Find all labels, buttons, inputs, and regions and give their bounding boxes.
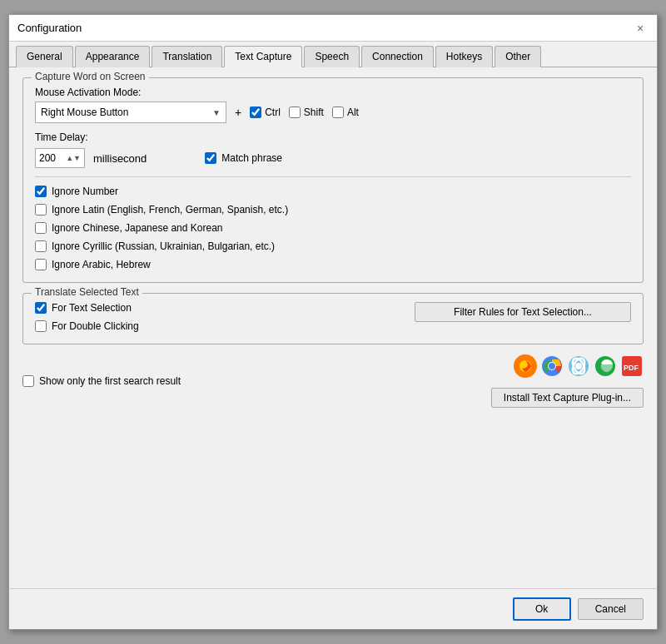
footer: Ok Cancel [9,588,657,629]
capture-group: Capture Word on Screen Mouse Activation … [22,77,644,283]
ignore-cjk-item: Ignore Chinese, Japanese and Korean [35,222,631,234]
translate-section: For Text Selection For Double Clicking F… [35,302,631,332]
plus-sign: + [235,106,241,119]
show-first-item: Show only the first search result [22,375,181,387]
for-double-checkbox[interactable] [35,320,47,332]
browser-icons-row: PDF [514,354,644,378]
alt-checkbox-group: Alt [332,107,359,118]
tab-text-capture[interactable]: Text Capture [224,46,302,67]
install-plugin-button[interactable]: Install Text Capture Plug-in... [491,388,644,408]
translate-left: For Text Selection For Double Clicking [35,302,139,332]
tab-connection[interactable]: Connection [361,46,434,67]
translate-group: Translate Selected Text For Text Selecti… [22,293,644,344]
ignore-number-label[interactable]: Ignore Number [52,186,118,197]
dropdown-value: Right Mouse Button [41,107,128,118]
dropdown-arrow-icon: ▼ [212,108,221,117]
match-phrase-checkbox[interactable] [205,152,216,164]
ignore-cyrillic-label[interactable]: Ignore Cyrillic (Russian, Ukrainian, Bul… [52,240,275,252]
for-text-item: For Text Selection [35,302,139,314]
for-text-checkbox[interactable] [35,302,47,314]
alt-label[interactable]: Alt [347,107,359,118]
for-double-label[interactable]: For Double Clicking [52,320,139,332]
shift-label[interactable]: Shift [304,107,324,118]
ctrl-checkbox-group: Ctrl [250,107,281,118]
ignore-latin-checkbox[interactable] [35,204,47,215]
millisecond-label: millisecond [93,152,147,165]
time-value: 200 [39,152,56,164]
bottom-row: Show only the first search result [22,354,644,408]
svg-point-8 [575,363,582,369]
divider [35,176,631,177]
translate-right: Filter Rules for Text Selection... [415,302,631,322]
ignore-number-item: Ignore Number [35,186,631,197]
chrome-icon [540,354,564,378]
time-spinner-icon: ▲▼ [66,154,81,162]
tab-speech[interactable]: Speech [304,46,360,67]
ctrl-label[interactable]: Ctrl [265,107,281,118]
match-phrase-label[interactable]: Match phrase [221,152,282,164]
tab-appearance[interactable]: Appearance [75,46,151,67]
cancel-button[interactable]: Cancel [578,598,644,620]
ctrl-checkbox[interactable] [250,107,261,118]
match-phrase-group: Match phrase [205,152,282,164]
shift-checkbox-group: Shift [289,107,324,118]
ok-button[interactable]: Ok [513,597,571,621]
filter-rules-button[interactable]: Filter Rules for Text Selection... [415,302,631,322]
tab-general[interactable]: General [16,46,73,67]
capture-group-label: Capture Word on Screen [32,71,149,82]
translate-group-label: Translate Selected Text [32,286,142,298]
ignore-arabic-label[interactable]: Ignore Arabic, Hebrew [52,259,151,270]
firefox-icon [514,354,537,378]
close-button[interactable]: × [632,20,649,37]
mouse-mode-label: Mouse Activation Mode: [35,87,631,98]
svg-text:PDF: PDF [624,364,639,372]
ignore-list: Ignore Number Ignore Latin (English, Fre… [35,186,631,270]
green-icon [594,354,617,378]
mouse-mode-row: Right Mouse Button ▼ + Ctrl Shift Alt [35,102,631,123]
ignore-cjk-label[interactable]: Ignore Chinese, Japanese and Korean [52,222,222,234]
pdf-icon: PDF [620,354,644,378]
show-first-checkbox[interactable] [22,375,34,387]
time-delay-row: Time Delay: [35,131,631,143]
time-delay-control-row: 200 ▲▼ millisecond Match phrase [35,148,631,168]
for-text-label[interactable]: For Text Selection [52,302,132,314]
title-bar: Configuration × [9,15,657,42]
ignore-cyrillic-checkbox[interactable] [35,240,47,252]
configuration-window: Configuration × General Appearance Trans… [8,14,658,630]
main-content: Capture Word on Screen Mouse Activation … [9,67,657,585]
alt-checkbox[interactable] [332,107,344,118]
ignore-number-checkbox[interactable] [35,186,47,197]
time-input[interactable]: 200 ▲▼ [35,148,85,168]
tab-other[interactable]: Other [495,46,541,67]
window-title: Configuration [17,22,82,34]
mouse-mode-dropdown[interactable]: Right Mouse Button ▼ [35,102,226,123]
ie-icon [567,354,590,378]
ignore-latin-label[interactable]: Ignore Latin (English, French, German, S… [52,204,288,215]
shift-checkbox[interactable] [289,107,301,118]
ignore-cjk-checkbox[interactable] [35,222,47,234]
time-delay-label: Time Delay: [35,131,88,143]
tab-bar: General Appearance Translation Text Capt… [9,42,657,67]
ignore-arabic-item: Ignore Arabic, Hebrew [35,259,631,270]
tab-translation[interactable]: Translation [152,46,222,67]
ignore-cyrillic-item: Ignore Cyrillic (Russian, Ukrainian, Bul… [35,240,631,252]
show-first-label[interactable]: Show only the first search result [39,375,181,387]
for-double-item: For Double Clicking [35,320,139,332]
tab-hotkeys[interactable]: Hotkeys [435,46,493,67]
svg-point-4 [549,363,555,369]
ignore-arabic-checkbox[interactable] [35,259,47,270]
ignore-latin-item: Ignore Latin (English, French, German, S… [35,204,631,215]
